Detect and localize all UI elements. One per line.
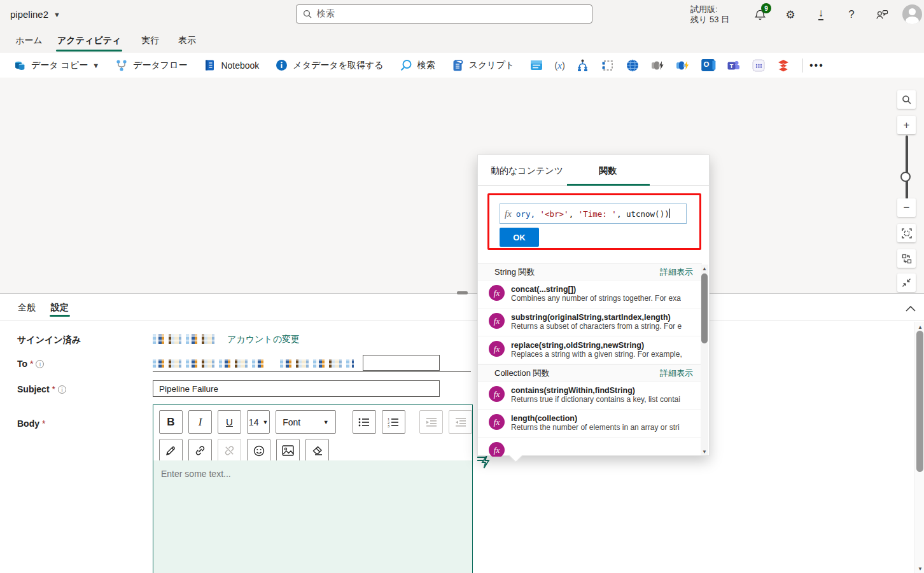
- avatar[interactable]: [902, 4, 922, 24]
- page-title: pipeline2: [10, 9, 48, 20]
- fx-badge-icon: fx: [489, 285, 505, 301]
- collapse-panel-button[interactable]: [904, 301, 918, 315]
- tab-view[interactable]: 表示: [178, 29, 196, 53]
- rich-text-editor[interactable]: B I U 14▼ Font▼ 123 Enter some text...: [153, 404, 473, 573]
- lookup-button[interactable]: 検索: [399, 59, 435, 72]
- help-button[interactable]: ?: [843, 6, 860, 24]
- function-list[interactable]: String 関数 詳細表示 fx concat(...string[])Com…: [478, 263, 702, 457]
- canvas-search-button[interactable]: [897, 90, 916, 109]
- office365-outlook-button[interactable]: [700, 58, 716, 72]
- filter-button[interactable]: [529, 59, 543, 72]
- insert-link-button[interactable]: [188, 439, 212, 462]
- to-field[interactable]: [153, 355, 471, 372]
- function-button[interactable]: [675, 59, 689, 72]
- emoji-icon: [253, 445, 265, 457]
- scroll-down-icon[interactable]: ▼: [701, 448, 708, 455]
- feedback-button[interactable]: [873, 6, 891, 24]
- bold-button[interactable]: B: [159, 410, 183, 434]
- tab-activities[interactable]: アクティビティ: [57, 29, 121, 53]
- settings-button[interactable]: ⚙: [781, 6, 799, 24]
- azure-function-button[interactable]: [650, 59, 664, 72]
- font-size-select[interactable]: 14▼: [247, 410, 270, 434]
- search-icon: [902, 95, 911, 104]
- function-item-replace[interactable]: fx replace(string,oldString,newString)Re…: [478, 336, 702, 364]
- tab-run[interactable]: 実行: [141, 29, 159, 53]
- tab-general[interactable]: 全般: [18, 298, 36, 318]
- set-variable-button[interactable]: (x): [554, 60, 565, 71]
- expression-input[interactable]: fx ory, '<br>', 'Time: ', utcnow()): [500, 204, 687, 224]
- function-item-concat[interactable]: fx concat(...string[])Combines any numbe…: [478, 280, 702, 308]
- function-item-substring[interactable]: fx substring(originalString,startIndex,l…: [478, 308, 702, 336]
- tab-home[interactable]: ホーム: [15, 29, 43, 53]
- tab-functions[interactable]: 関数: [599, 165, 617, 177]
- ok-button[interactable]: OK: [500, 228, 539, 247]
- popup-tabs: 動的なコンテンツ 関数: [478, 155, 709, 186]
- function-item-contains[interactable]: fx contains(stringWithin,findString)Retu…: [478, 382, 702, 410]
- zoom-out-button[interactable]: −: [897, 198, 916, 217]
- teams-button[interactable]: T: [727, 59, 741, 72]
- web-button[interactable]: [626, 59, 640, 72]
- fx-badge-icon: fx: [489, 341, 505, 357]
- numbered-list-icon: 123: [388, 417, 399, 427]
- scrollbar-thumb[interactable]: [916, 331, 923, 472]
- show-details-link[interactable]: 詳細表示: [660, 266, 693, 278]
- signed-in-label: サインイン済み: [17, 335, 81, 346]
- insert-image-button[interactable]: [276, 439, 300, 462]
- tab-settings[interactable]: 設定: [51, 298, 69, 318]
- numbered-list-button[interactable]: 123: [382, 410, 405, 434]
- remove-link-button[interactable]: [218, 439, 241, 462]
- change-account-link[interactable]: アカウントの変更: [227, 334, 300, 345]
- fx-badge-icon: fx: [489, 313, 505, 329]
- zoom-slider-track[interactable]: [906, 135, 908, 199]
- image-icon: [282, 445, 294, 456]
- collapse-canvas-button[interactable]: [897, 273, 916, 292]
- panel-scrollbar[interactable]: ▲ ▼: [914, 322, 924, 573]
- foreach-button[interactable]: [601, 59, 615, 72]
- subject-input[interactable]: Pipeline Failure: [153, 380, 440, 397]
- font-family-select[interactable]: Font▼: [276, 410, 336, 434]
- scrollbar-thumb[interactable]: [701, 273, 708, 343]
- panel-resize-handle[interactable]: [457, 291, 468, 294]
- pipeline-canvas[interactable]: データフロー OnlineSalesActivity ✓ Office 365 …: [0, 78, 924, 293]
- popup-scrollbar[interactable]: ▲ ▼: [701, 265, 708, 455]
- script-button[interactable]: スクリプト: [451, 59, 515, 72]
- emoji-button[interactable]: [247, 439, 270, 462]
- italic-button[interactable]: I: [188, 410, 212, 434]
- text-caret: [669, 209, 671, 218]
- increase-indent-button[interactable]: [419, 410, 443, 434]
- dataflow-button[interactable]: データフロー: [115, 59, 187, 72]
- get-metadata-button[interactable]: メタデータを取得する: [274, 59, 383, 72]
- chevron-down-icon[interactable]: ▼: [53, 11, 60, 18]
- webhook-button[interactable]: [752, 59, 766, 72]
- global-search-input[interactable]: 検索: [296, 4, 592, 24]
- scroll-down-icon[interactable]: ▼: [916, 565, 924, 572]
- format-painter-button[interactable]: [159, 439, 183, 462]
- body-textarea[interactable]: Enter some text...: [153, 460, 472, 573]
- notebook-button[interactable]: Notebook: [202, 59, 259, 72]
- function-item-length[interactable]: fx length(collection)Returns the number …: [478, 410, 702, 438]
- copy-data-button[interactable]: データ コピー ▼: [13, 59, 99, 72]
- decrease-indent-button[interactable]: [449, 410, 472, 434]
- stack-button[interactable]: [776, 59, 790, 72]
- auto-align-button[interactable]: [897, 249, 916, 268]
- to-input[interactable]: [363, 355, 440, 371]
- keypad-icon: [752, 59, 766, 72]
- download-button[interactable]: ↓: [812, 6, 830, 24]
- active-tab-underline: [567, 184, 650, 186]
- bullet-list-button[interactable]: [353, 410, 376, 434]
- scroll-up-icon[interactable]: ▲: [916, 323, 924, 331]
- tab-dynamic-content[interactable]: 動的なコンテンツ: [491, 165, 563, 177]
- more-button[interactable]: •••: [809, 60, 824, 71]
- collapse-arrows-icon: [902, 278, 911, 287]
- scroll-up-icon[interactable]: ▲: [701, 265, 708, 272]
- zoom-slider-knob[interactable]: [900, 172, 911, 182]
- show-details-link[interactable]: 詳細表示: [660, 368, 693, 379]
- unlink-icon: [223, 445, 235, 457]
- clear-format-button[interactable]: [305, 439, 329, 462]
- chevron-down-icon: ▼: [323, 419, 329, 425]
- activity-toolbar: データ コピー ▼ データフロー Notebook メタデータを取得する 検索 …: [0, 53, 924, 78]
- underline-button[interactable]: U: [218, 410, 241, 434]
- fit-to-screen-button[interactable]: [897, 224, 916, 242]
- switch-button[interactable]: [576, 59, 590, 72]
- zoom-in-button[interactable]: +: [897, 116, 916, 134]
